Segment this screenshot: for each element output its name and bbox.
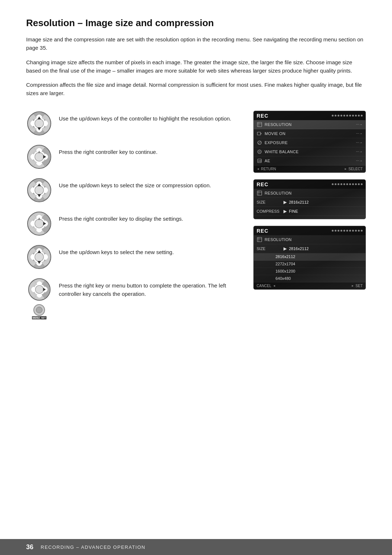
intro-para-1: Image size and the compression rate are … <box>26 35 366 52</box>
step-4-text: Press the right controller key to displa… <box>59 211 239 223</box>
screen2-resolution-icon <box>257 190 262 196</box>
screen2-rec-label: REC <box>257 181 269 187</box>
screen2-resolution-label: RESOLUTION <box>265 191 363 195</box>
screen1-exposure-arrow: ···→ <box>356 140 363 144</box>
screen2-compress-arrow: ▶ <box>283 209 287 214</box>
screen1-wb-label: WHITE BALANCE <box>265 150 354 154</box>
svg-marker-15 <box>43 222 46 225</box>
screen2-compress-row: COMPRESS ▶ FINE <box>254 207 366 216</box>
screen2-resolution-title: RESOLUTION <box>254 189 366 198</box>
screen3-cancel-nav: CANCEL ◄ <box>257 284 276 288</box>
screen3-resolution-icon <box>257 237 262 242</box>
step-5: Use the up/down keys to select the new s… <box>26 244 239 270</box>
right-menu-icon: MENUSET <box>26 278 52 319</box>
camera-screen-1: REC RESOLUTION ···→ <box>253 111 366 173</box>
intro-para-3: Compression affects the file size and im… <box>26 81 366 98</box>
step-5-text: Use the up/down keys to select the new s… <box>59 244 239 256</box>
page-title: Resolution – Image size and compression <box>26 17 366 29</box>
step-6-text: Press the right key or menu button to co… <box>59 278 239 298</box>
svg-point-1 <box>35 119 44 128</box>
updown-controller-icon-1 <box>26 111 52 136</box>
exposure-icon <box>257 140 262 146</box>
main-section: Use the up/down keys of the controller t… <box>26 111 366 327</box>
screen1-header: REC <box>254 111 366 120</box>
screen3-size-selected: 2816x2112 <box>289 246 309 251</box>
screen1-dots <box>332 115 363 117</box>
step-2-text: Press the right controller key to contin… <box>59 144 239 156</box>
step-3: Use the up/down keys to select the size … <box>26 177 239 203</box>
updown-controller-icon-2 <box>26 177 52 203</box>
screen2-size-label: SIZE <box>257 200 281 204</box>
screen2-compress-label: COMPRESS <box>257 209 281 213</box>
svg-marker-7 <box>43 155 46 159</box>
screen1-select-nav: ► SELECT <box>344 167 363 171</box>
section-label: RECORDING – ADVANCED OPERATION <box>41 544 146 550</box>
screen2-dots <box>332 183 363 185</box>
step-3-text: Use the up/down keys to select the size … <box>59 177 239 189</box>
svg-point-5 <box>35 152 44 161</box>
step-6: MENUSET Press the right key or menu butt… <box>26 278 239 319</box>
svg-marker-3 <box>37 127 41 130</box>
ae-icon: AE <box>257 158 262 164</box>
screen3-set-label: SET <box>356 284 363 288</box>
step-1-text: Use the up/down keys of the controller t… <box>59 111 239 123</box>
svg-marker-19 <box>37 261 41 264</box>
svg-point-9 <box>35 186 44 195</box>
screen3-resolution-label: RESOLUTION <box>265 237 363 242</box>
screen3-size-arrow: ▶ <box>283 246 287 251</box>
screen1-resolution-arrow: ···→ <box>356 122 363 126</box>
right-controller-icon-2 <box>26 211 52 236</box>
screen2-compress-value: FINE <box>289 209 298 213</box>
screen3-size-label: SIZE <box>257 246 281 251</box>
svg-marker-18 <box>37 250 41 253</box>
screen3-dots <box>332 230 363 232</box>
screen1-rec-label: REC <box>257 113 269 119</box>
step-2: Press the right controller key to contin… <box>26 144 239 170</box>
screen1-wb-arrow: ···→ <box>356 150 363 154</box>
svg-marker-11 <box>37 194 41 197</box>
screen1-wb-row: WHITE BALANCE ···→ <box>254 147 366 156</box>
updown-controller-icon-3 <box>26 244 52 270</box>
svg-point-13 <box>35 219 44 228</box>
svg-point-21 <box>35 285 43 293</box>
screen3-resolution-title: RESOLUTION <box>254 235 366 244</box>
svg-marker-10 <box>37 183 41 186</box>
screen1-ae-row: AE AE ···→ <box>254 156 366 166</box>
movieon-icon <box>257 131 262 136</box>
screens-column: REC RESOLUTION ···→ <box>253 111 366 327</box>
screen3-rec-label: REC <box>257 228 269 234</box>
svg-rect-34 <box>257 191 262 195</box>
svg-point-17 <box>35 253 44 261</box>
screen3-option-1: 2816x2112 <box>254 253 366 261</box>
screen1-ae-label: AE <box>265 159 354 163</box>
screen1-return-label: RETURN <box>261 167 276 171</box>
intro-para-2: Changing image size affects the number o… <box>26 58 366 75</box>
screen2-size-value: 2816x2112 <box>289 200 309 204</box>
svg-rect-23 <box>257 122 262 127</box>
svg-marker-6 <box>38 151 41 153</box>
screen2-size-arrow: ▶ <box>283 200 287 205</box>
svg-marker-27 <box>261 133 262 134</box>
screen3-cancel-label: CANCEL <box>257 284 271 288</box>
svg-point-30 <box>259 151 260 152</box>
svg-point-29 <box>258 150 261 154</box>
resolution-icon <box>257 122 262 127</box>
screen2-header: REC <box>254 180 366 189</box>
right-controller-icon-1 <box>26 144 52 170</box>
svg-rect-26 <box>257 132 261 135</box>
screen1-resolution-label: RESOLUTION <box>265 122 354 127</box>
svg-rect-37 <box>257 237 262 242</box>
screen1-select-label: SELECT <box>348 167 363 171</box>
wb-icon <box>257 149 262 155</box>
step-4: Press the right controller key to displa… <box>26 211 239 236</box>
screen3-option-2: 2272x1704 <box>254 261 366 268</box>
screen1-footer: ◄ RETURN ► SELECT <box>254 166 366 172</box>
camera-screen-2: REC RESOLUTION SI <box>253 179 366 219</box>
screen2-size-row: SIZE ▶ 2816x2112 <box>254 198 366 207</box>
bottom-bar: 36 RECORDING – ADVANCED OPERATION <box>0 539 392 555</box>
screen3-option-3: 1600x1200 <box>254 268 366 275</box>
screen3-set-nav: ► SET <box>351 284 363 288</box>
screen1-ae-arrow: ···→ <box>356 159 363 163</box>
steps-column: Use the up/down keys of the controller t… <box>26 111 239 327</box>
camera-screen-3: REC RESOLUTION SI <box>253 226 366 290</box>
